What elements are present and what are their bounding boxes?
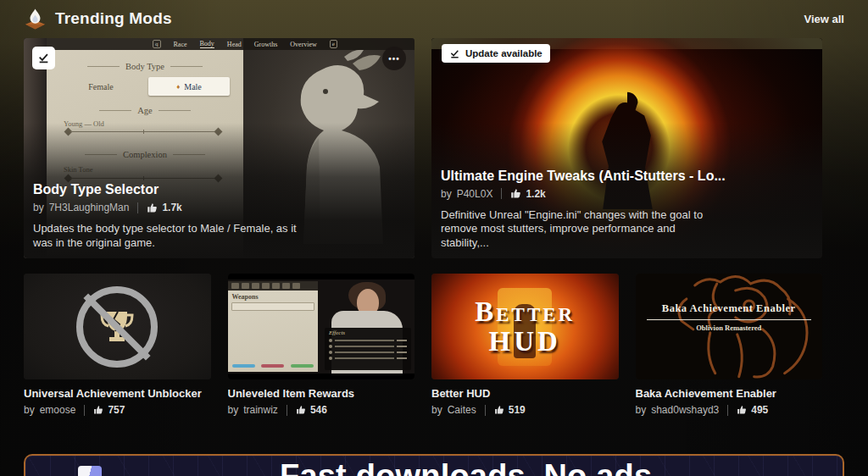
key-hint-e: e [330, 40, 337, 48]
card-thumbnail: Weapons Effects [228, 274, 415, 379]
mod-title: Baka Achievement Enabler [636, 387, 823, 400]
by-prefix: by [228, 404, 239, 416]
art-tab-bar: q Race Body Head Growths Overview e [47, 38, 415, 50]
art-weapons-label: Weapons [228, 291, 318, 302]
art-better-hud: Better HUD [431, 274, 619, 379]
byline-divider [137, 202, 138, 213]
by-prefix: by [441, 188, 452, 200]
byline-divider [287, 405, 287, 416]
art-baka-title: Baka Achievement Enabler [636, 302, 823, 315]
campfire-icon [24, 8, 47, 30]
mod-byline: by emoose 757 [24, 404, 211, 416]
likes-count: 495 [737, 404, 768, 416]
banner-headline: Fast downloads. No ads. [280, 458, 661, 476]
card-thumbnail: Baka Achievement Enabler Oblivion Remast… [636, 274, 823, 379]
mod-card-better-hud[interactable]: Better HUD Better HUD by Caites 519 [431, 274, 619, 416]
card-info: Ultimate Engine Tweaks (Anti-Stutters - … [441, 169, 813, 250]
art-stat-bars [232, 364, 314, 368]
mod-card-ultimate-engine-tweaks[interactable]: Update available Ultimate Engine Tweaks … [431, 38, 822, 258]
likes-count: 757 [93, 404, 125, 416]
mod-title: Ultimate Engine Tweaks (Anti-Stutters - … [441, 169, 813, 184]
view-all-link[interactable]: View all [804, 13, 844, 25]
mod-title: Body Type Selector [33, 182, 405, 197]
thumbs-up-icon [296, 405, 306, 415]
mod-card-body-type-selector[interactable]: Body Type Female ♦Male Age Young — Old C… [24, 38, 415, 258]
byline-divider [501, 188, 502, 199]
check-underline-icon [449, 48, 460, 59]
check-underline-icon [37, 52, 50, 64]
card-info: Body Type Selector by 7H3LaughingMan 1.7… [33, 182, 405, 250]
art-inventory-screenshot: Weapons Effects [228, 274, 415, 379]
by-prefix: by [636, 404, 647, 416]
art-body-type-options: Female ♦Male [60, 77, 230, 96]
art-baka: Baka Achievement Enabler Oblivion Remast… [636, 274, 823, 379]
art-item-row [231, 302, 314, 311]
mod-author: P40L0X [457, 188, 493, 200]
mod-description: Definitive Unreal "Engine.ini" changes w… [441, 208, 705, 250]
by-prefix: by [33, 202, 44, 213]
art-section-body-type: Body Type [47, 62, 243, 71]
art-option-female: Female [60, 77, 142, 96]
likes-count: 1.2k [510, 188, 545, 200]
likes-count: 546 [296, 404, 327, 416]
mod-author: Caites [448, 404, 476, 416]
mod-author: 7H3LaughingMan [49, 202, 130, 213]
mod-byline: by 7H3LaughingMan 1.7k [33, 202, 405, 213]
mod-byline: by shad0wshayd3 495 [636, 404, 823, 416]
mod-byline: by Caites 519 [431, 404, 619, 416]
art-tab-race: Race [174, 41, 187, 48]
art-tab-growths: Growths [254, 41, 278, 48]
byline-divider [727, 405, 728, 416]
premium-promo-banner[interactable]: Fast downloads. No ads. [24, 454, 844, 476]
trending-mods-page: Trending Mods View all Body Type Female … [0, 0, 868, 476]
green-bar [291, 364, 314, 368]
art-no-achievements [24, 274, 211, 379]
thumbs-up-icon [494, 405, 504, 415]
mod-description: Updates the body type selector to Male /… [33, 222, 298, 250]
art-title-line2: HUD [489, 328, 561, 356]
blue-bar [232, 364, 255, 368]
art-option-male: ♦Male [148, 77, 230, 96]
mod-author: trainwiz [243, 404, 278, 416]
art-section-age: Age [47, 106, 243, 115]
art-divider-line [647, 319, 811, 320]
letterbox-top [228, 274, 415, 280]
art-title-line1: Better [475, 298, 575, 326]
mod-title: Better HUD [431, 387, 619, 400]
by-prefix: by [24, 404, 35, 416]
mod-card-baka-achievement-enabler[interactable]: Baka Achievement Enabler Oblivion Remast… [636, 274, 823, 416]
likes-count: 1.7k [147, 202, 181, 213]
art-effects-label: Effects [329, 329, 407, 336]
art-tab-overview: Overview [290, 41, 317, 48]
thumbs-up-icon [510, 188, 521, 199]
update-available-label: Update available [465, 48, 542, 58]
banner-icon [78, 466, 102, 476]
trending-small-row: Universal Achievement Unblocker by emoos… [24, 274, 822, 416]
mod-card-unleveled-item-rewards[interactable]: Weapons Effects [228, 274, 415, 416]
art-tab-body: Body [200, 40, 214, 48]
section-header: Trending Mods View all [24, 0, 844, 37]
mod-card-universal-achievement-unblocker[interactable]: Universal Achievement Unblocker by emoos… [24, 274, 211, 416]
art-baka-subtitle: Oblivion Remastered [636, 324, 823, 332]
mod-title: Unleveled Item Rewards [228, 387, 415, 400]
mod-title: Universal Achievement Unblocker [24, 387, 211, 400]
art-text-block: Baka Achievement Enabler Oblivion Remast… [636, 302, 823, 332]
diamond-icon: ♦ [176, 83, 180, 91]
letterbox-bottom [228, 374, 415, 379]
mod-byline: by trainwiz 546 [228, 404, 415, 416]
byline-divider [84, 405, 85, 416]
art-inventory-panel: Weapons [228, 281, 318, 372]
mod-author: shad0wshayd3 [651, 404, 719, 416]
art-inventory-tabs [228, 281, 318, 291]
prohibition-sign-icon [76, 286, 158, 368]
mod-author: emoose [40, 404, 76, 416]
page-title: Trending Mods [55, 9, 172, 28]
thumbs-up-icon [93, 405, 103, 415]
by-prefix: by [431, 404, 442, 416]
key-hint-q: q [153, 40, 161, 48]
mod-byline: by P40L0X 1.2k [441, 188, 813, 200]
card-thumbnail [24, 274, 211, 379]
trending-large-row: Body Type Female ♦Male Age Young — Old C… [24, 38, 822, 258]
art-tab-head: Head [227, 41, 242, 48]
card-menu-button[interactable]: ••• [382, 47, 406, 70]
